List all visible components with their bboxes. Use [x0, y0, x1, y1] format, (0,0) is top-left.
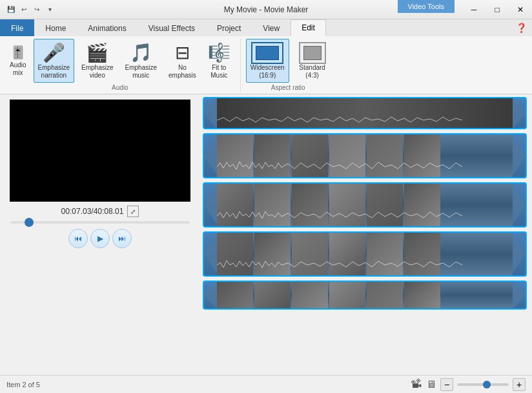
emphasize-video-button[interactable]: 🎬 Emphasize video	[77, 39, 118, 83]
undo-icon[interactable]: ↩	[18, 4, 30, 16]
forward-button[interactable]: ⏭	[112, 229, 132, 248]
monitor-icon[interactable]: 🖥	[426, 379, 436, 390]
track-arrow-right-2	[513, 136, 526, 175]
aspect-ratio-group: Widescreen (16:9) Standard (4:3) Aspect …	[246, 39, 336, 91]
track-arrow-right-5	[513, 281, 526, 310]
preview-panel: 00:07.03/40:08.01 ⤢ ⏮ ▶ ⏭	[0, 94, 200, 375]
zoom-out-button[interactable]: −	[440, 378, 453, 391]
progress-bar[interactable]	[10, 221, 190, 224]
timeline-track-5[interactable]	[203, 281, 527, 310]
track-content-4	[217, 233, 513, 275]
status-item: Item 2 of 5	[6, 381, 40, 388]
track-inner-3[interactable]	[203, 182, 527, 228]
emphasize-narration-button[interactable]: 🎤 Emphasize narration	[34, 39, 74, 83]
aspect-group-items: Widescreen (16:9) Standard (4:3)	[246, 39, 331, 83]
preview-screen	[10, 100, 190, 202]
app-title: My Movie - Movie Maker	[224, 5, 309, 14]
timeline-scroll[interactable]	[200, 94, 532, 375]
audio-mix-button[interactable]: 🎚️ Audio mix	[5, 41, 31, 80]
window-controls: ─ □ ✕	[462, 0, 532, 19]
track-arrow-left-1	[204, 97, 217, 129]
tab-home[interactable]: Home	[34, 19, 77, 36]
waveform-2	[217, 160, 513, 173]
waveform-4	[217, 259, 513, 271]
redo-icon[interactable]: ↪	[31, 4, 43, 16]
video-tools-tab[interactable]: Video Tools	[398, 0, 455, 13]
zoom-in-button[interactable]: +	[513, 378, 526, 391]
zoom-slider[interactable]	[457, 383, 509, 386]
audio-group-label: Audio	[112, 83, 128, 91]
standard-button[interactable]: Standard (4:3)	[294, 39, 331, 83]
play-button[interactable]: ▶	[90, 229, 110, 248]
aspect-group-label: Aspect ratio	[271, 83, 305, 91]
close-button[interactable]: ✕	[509, 0, 532, 19]
expand-icon[interactable]: ⤢	[127, 206, 139, 217]
waveform-3	[217, 209, 513, 222]
track-content-5	[217, 282, 513, 308]
help-icon[interactable]: ❓	[516, 23, 527, 33]
emphasize-music-button[interactable]: 🎵 Emphasize music	[121, 39, 161, 83]
projector-icon[interactable]: 📽	[411, 377, 422, 391]
no-emphasis-button[interactable]: ⊟ No emphasis	[164, 39, 201, 83]
tab-project[interactable]: Project	[206, 19, 252, 36]
playback-controls: ⏮ ▶ ⏭	[5, 229, 195, 248]
track-arrow-left-2	[204, 136, 217, 175]
time-text: 00:07.03/40:08.01	[61, 207, 124, 216]
track-inner-1[interactable]	[203, 97, 527, 129]
audio-group: 🎚️ Audio mix 🎤 Emphasize narration 🎬 Emp…	[5, 39, 241, 91]
menu-icon[interactable]: ▾	[44, 4, 56, 16]
minimize-button[interactable]: ─	[462, 0, 486, 19]
narration-icon: 🎤	[43, 42, 65, 64]
timeline-track-1[interactable]	[203, 97, 527, 129]
tab-visual-effects[interactable]: Visual Effects	[138, 19, 206, 36]
track-content-3	[217, 184, 513, 226]
timeline-track-3[interactable]	[203, 182, 527, 228]
maximize-button[interactable]: □	[486, 0, 509, 19]
standard-preview	[299, 42, 326, 64]
track-arrow-left-5	[204, 281, 217, 310]
track-arrow-left-3	[204, 186, 217, 224]
save-icon[interactable]: 💾	[5, 4, 17, 16]
track-arrow-right-4	[513, 235, 526, 273]
music-icon: 🎵	[130, 42, 152, 64]
track-arrow-left-4	[204, 235, 217, 273]
zoom-slider-thumb[interactable]	[483, 381, 491, 388]
track-arrow-right-3	[513, 186, 526, 224]
track-inner-5[interactable]	[203, 281, 527, 310]
tab-file[interactable]: File	[0, 19, 34, 36]
tab-edit[interactable]: Edit	[291, 19, 326, 36]
timeline-track-4[interactable]	[203, 231, 527, 277]
track-content-1	[217, 98, 513, 128]
status-bar: Item 2 of 5 📽 🖥 − +	[0, 375, 532, 393]
track-inner-2[interactable]	[203, 133, 527, 178]
widescreen-preview	[251, 42, 283, 64]
ribbon-content: 🎚️ Audio mix 🎤 Emphasize narration 🎬 Emp…	[0, 36, 532, 94]
track-inner-4[interactable]	[203, 231, 527, 277]
waveform-1	[217, 115, 513, 125]
status-right: 📽 🖥 − +	[411, 377, 526, 391]
timeline-track-2[interactable]	[203, 133, 527, 178]
widescreen-button[interactable]: Widescreen (16:9)	[246, 39, 289, 83]
fit-to-music-button[interactable]: 🎼 Fit to Music	[203, 39, 235, 83]
progress-bar-container[interactable]	[10, 221, 190, 224]
tab-animations[interactable]: Animations	[77, 19, 137, 36]
audio-group-items: 🎚️ Audio mix 🎤 Emphasize narration 🎬 Emp…	[5, 39, 235, 83]
track-arrow-right-1	[513, 97, 526, 129]
title-bar: 💾 ↩ ↪ ▾ My Movie - Movie Maker Video Too…	[0, 0, 532, 19]
timeline-outer	[200, 94, 532, 375]
ribbon: File Home Animations Visual Effects Proj…	[0, 19, 532, 94]
fit-music-icon: 🎼	[208, 42, 230, 64]
ribbon-tabs: File Home Animations Visual Effects Proj…	[0, 19, 532, 36]
quick-access-toolbar: 💾 ↩ ↪ ▾	[5, 4, 56, 16]
track-content-2	[217, 134, 513, 177]
audio-mix-icon: 🎚️	[10, 45, 26, 60]
video-icon: 🎬	[86, 42, 108, 64]
rewind-button[interactable]: ⏮	[68, 229, 88, 248]
progress-thumb[interactable]	[25, 218, 34, 227]
main-area: 00:07.03/40:08.01 ⤢ ⏮ ▶ ⏭	[0, 94, 532, 375]
tab-view[interactable]: View	[252, 19, 291, 36]
time-display: 00:07.03/40:08.01 ⤢	[5, 206, 195, 217]
no-emphasis-icon: ⊟	[175, 42, 190, 64]
